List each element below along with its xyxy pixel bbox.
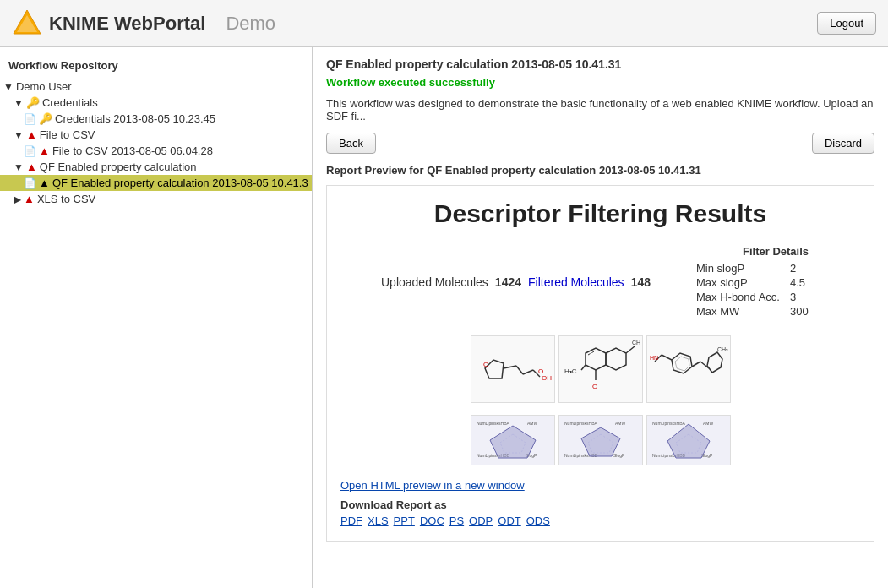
uploaded-molecules-value: 1424: [495, 275, 521, 289]
cred-icon: 🔑: [26, 96, 40, 109]
download-ods[interactable]: ODS: [526, 514, 550, 527]
svg-text:SlogP: SlogP: [613, 453, 625, 458]
svg-marker-27: [707, 352, 722, 373]
filter-value: 2: [785, 261, 814, 275]
folder-icon: ▼: [14, 129, 24, 141]
filter-details-table: Min slogP 2 Max slogP 4.5 Max H-bond Acc…: [691, 261, 814, 318]
filter-value: 3: [785, 290, 814, 304]
molecule-svg-1: O OH O: [472, 336, 553, 402]
folder-icon: ▶: [14, 193, 21, 205]
filter-details-header: Filter Details: [691, 245, 860, 258]
workflow-title: QF Enabled property calculation 2013-08-…: [326, 57, 874, 71]
filtered-molecules-value: 148: [631, 275, 651, 289]
filter-row: Max MW 300: [691, 304, 814, 318]
svg-marker-10: [586, 348, 606, 370]
svg-line-4: [516, 366, 523, 374]
sidebar-item-label: QF Enabled property calculation: [40, 161, 197, 173]
sidebar-item-credentials-file[interactable]: 📄 🔑 Credentials 2013-08-05 10.23.45: [0, 111, 312, 127]
main-layout: Workflow Repository ▼ Demo User ▼ 🔑 Cred…: [0, 47, 888, 588]
stats-row: Uploaded Molecules 1424 Filtered Molecul…: [340, 245, 860, 318]
filter-label: Max slogP: [691, 275, 785, 290]
molecule-svg-2: H₃C O CH₃: [560, 336, 640, 402]
file-icon: 📄: [24, 113, 36, 125]
svg-text:NumLipinsksHBA: NumLipinsksHBA: [564, 421, 598, 426]
report-content: Descriptor Filtering Results Uploaded Mo…: [326, 185, 874, 542]
logout-button[interactable]: Logout: [817, 12, 876, 35]
logo-area: KNIME WebPortal Demo: [12, 8, 275, 39]
workflow-status: Workflow executed successfully: [326, 76, 874, 89]
svg-text:CH₃: CH₃: [632, 340, 640, 346]
svg-text:NumLipinsksHBA: NumLipinsksHBA: [652, 421, 686, 426]
download-pdf[interactable]: PDF: [340, 514, 362, 527]
spider-chart-1: NumLipinsksHBA NumLipinsksHBD SlogP AMW: [471, 415, 555, 466]
svg-marker-11: [606, 348, 626, 370]
back-button[interactable]: Back: [326, 133, 376, 154]
svg-text:AMW: AMW: [527, 421, 538, 426]
svg-marker-21: [675, 357, 689, 371]
molecule-1: O OH O: [471, 335, 555, 403]
sidebar-item-root[interactable]: ▼ Demo User: [0, 79, 312, 95]
workflow-description: This workflow was designed to demonstrat…: [326, 97, 874, 122]
spider-svg-3: NumLipinsksHBA NumLipinsksHBD SlogP AMW: [651, 417, 727, 464]
filter-row: Min slogP 2: [691, 261, 814, 275]
filter-label: Max MW: [691, 304, 785, 318]
sidebar-item-label: QF Enabled property calculation 2013-08-…: [52, 177, 308, 189]
qf-folder-icon: ▲: [26, 161, 37, 173]
sidebar-item-xlstocsv-folder[interactable]: ▶ ▲ XLS to CSV: [0, 191, 312, 207]
download-odp[interactable]: ODP: [469, 514, 493, 527]
molecule-3: HN CH₃: [646, 335, 731, 403]
sidebar-item-qf-file[interactable]: 📄 ▲ QF Enabled property calculation 2013…: [0, 175, 312, 191]
download-odt[interactable]: ODT: [498, 514, 520, 527]
svg-text:NumLipinsksHBA: NumLipinsksHBA: [477, 421, 510, 426]
svg-line-3: [504, 366, 516, 368]
download-ps[interactable]: PS: [449, 514, 464, 527]
xls-icon: ▲: [24, 193, 35, 205]
knime-logo-icon: [12, 8, 42, 39]
filter-row: Max H-bond Acc. 3: [691, 290, 814, 304]
svg-marker-33: [490, 426, 536, 458]
filter-row: Max slogP 4.5: [691, 275, 814, 290]
sidebar-item-qf-folder[interactable]: ▼ ▲ QF Enabled property calculation: [0, 159, 312, 175]
filter-label: Max H-bond Acc.: [691, 290, 785, 304]
svg-line-25: [692, 362, 700, 367]
sidebar-item-label: File to CSV 2013-08-05 06.04.28: [52, 144, 213, 157]
sidebar-item-credentials-folder[interactable]: ▼ 🔑 Credentials: [0, 95, 312, 111]
csv-file-icon: ▲: [39, 144, 50, 157]
sidebar-root-label: Demo User: [16, 80, 72, 93]
filetocsv-icon: ▲: [26, 128, 37, 141]
filter-value: 300: [785, 304, 814, 318]
sidebar-item-label: Credentials: [42, 96, 98, 109]
folder-icon: ▼: [14, 161, 24, 173]
svg-text:O: O: [483, 361, 488, 368]
cred-file-icon: 🔑: [39, 112, 52, 125]
svg-text:CH₃: CH₃: [717, 346, 728, 352]
spider-svg-2: NumLipinsksHBA NumLipinsksHBD SlogP AMW: [563, 417, 639, 464]
sidebar-item-label: Credentials 2013-08-05 10.23.45: [55, 112, 215, 125]
stats-left: Uploaded Molecules 1424 Filtered Molecul…: [340, 275, 691, 289]
filter-value: 4.5: [785, 275, 814, 290]
chart-row: NumLipinsksHBA NumLipinsksHBD SlogP AMW …: [340, 415, 860, 466]
download-xls[interactable]: XLS: [368, 514, 389, 527]
app-subtitle: Demo: [226, 13, 275, 35]
discard-button[interactable]: Discard: [812, 133, 874, 154]
sidebar-title: Workflow Repository: [0, 56, 312, 79]
file-icon: 📄: [24, 145, 36, 157]
sidebar-item-filetocsv-file[interactable]: 📄 ▲ File to CSV 2013-08-05 06.04.28: [0, 143, 312, 159]
sidebar-item-filetocsv-folder[interactable]: ▼ ▲ File to CSV: [0, 127, 312, 143]
svg-text:H₃C: H₃C: [564, 368, 577, 375]
svg-marker-39: [581, 427, 620, 456]
svg-text:HN: HN: [650, 355, 658, 361]
svg-text:AMW: AMW: [615, 421, 626, 426]
folder-icon: ▼: [14, 97, 24, 109]
filtered-molecules-label: Filtered Molecules: [528, 275, 624, 289]
svg-line-5: [523, 370, 533, 374]
download-label: Download Report as: [340, 498, 860, 511]
download-ppt[interactable]: PPT: [394, 514, 415, 527]
open-html-link[interactable]: Open HTML preview in a new window: [340, 479, 860, 492]
filter-label: Min slogP: [691, 261, 785, 275]
sidebar-item-label: XLS to CSV: [37, 193, 95, 205]
download-doc[interactable]: DOC: [420, 514, 444, 527]
spider-svg-1: NumLipinsksHBA NumLipinsksHBD SlogP AMW: [475, 417, 551, 464]
spider-chart-2: NumLipinsksHBA NumLipinsksHBD SlogP AMW: [558, 415, 643, 466]
folder-icon: ▼: [3, 81, 14, 93]
